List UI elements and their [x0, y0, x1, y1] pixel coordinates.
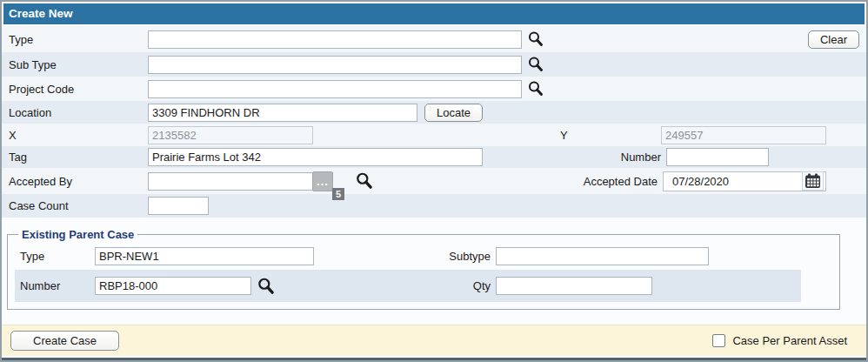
create-case-button[interactable]: Create Case: [10, 331, 119, 351]
existing-parent-case-fieldset: Existing Parent Case Type Subtype Number…: [7, 228, 840, 310]
search-icon[interactable]: [355, 171, 374, 191]
accepted-by-label: Accepted By: [9, 175, 148, 188]
case-per-parent-asset-checkbox[interactable]: [712, 334, 725, 347]
row-tag-number: Tag Number: [2, 146, 866, 168]
parent-number-input[interactable]: [95, 277, 251, 295]
lookup-ellipsis-button[interactable]: ...: [312, 171, 333, 191]
parent-type-input[interactable]: [95, 247, 314, 265]
case-count-input[interactable]: [148, 197, 209, 215]
clear-button[interactable]: Clear: [808, 30, 859, 49]
accepted-by-field: ... 5: [148, 172, 332, 191]
search-icon[interactable]: [527, 30, 544, 48]
type-input[interactable]: [148, 30, 522, 49]
parent-qty-input[interactable]: [496, 277, 652, 295]
row-project-code: Project Code: [2, 77, 866, 101]
count-badge: 5: [332, 188, 344, 200]
parent-subtype-input[interactable]: [496, 247, 709, 265]
row-location: Location Locate: [2, 101, 866, 124]
tag-input[interactable]: [148, 148, 483, 166]
parent-number-row: Number Qty: [15, 270, 801, 302]
case-per-parent-asset-group: Case Per Parent Asset: [712, 334, 847, 347]
parent-type-cell: [95, 247, 321, 265]
parent-subtype-label: Subtype: [321, 250, 491, 263]
accepted-date-field: [663, 171, 826, 191]
x-input: [148, 126, 313, 144]
y-group: Y: [521, 126, 826, 144]
calendar-icon[interactable]: [802, 171, 824, 191]
x-label: X: [9, 129, 148, 142]
row-type: Type Clear: [2, 26, 866, 52]
existing-parent-case-legend: Existing Parent Case: [18, 228, 137, 241]
create-new-window: Create New Type Clear Sub Type Project C…: [0, 0, 868, 362]
row-accepted: Accepted By ... 5 Accepted Date: [2, 168, 866, 194]
sub-type-input[interactable]: [148, 56, 522, 74]
search-icon[interactable]: [257, 277, 276, 296]
window-title: Create New: [3, 3, 865, 24]
search-icon[interactable]: [527, 80, 544, 97]
locate-button[interactable]: Locate: [424, 104, 483, 122]
number-label: Number: [526, 151, 661, 164]
footer-bar: Create Case Case Per Parent Asset: [2, 325, 866, 356]
type-label: Type: [9, 33, 148, 46]
y-input: [661, 126, 826, 144]
case-count-label: Case Count: [9, 199, 148, 212]
row-sub-type: Sub Type: [2, 52, 866, 77]
row-case-count: Case Count: [2, 194, 866, 218]
y-label: Y: [521, 129, 656, 142]
search-icon[interactable]: [527, 56, 544, 73]
project-code-label: Project Code: [9, 83, 148, 96]
number-input[interactable]: [666, 148, 769, 166]
sub-type-label: Sub Type: [9, 58, 148, 71]
parent-number-label: Number: [15, 279, 95, 292]
parent-type-row: Type Subtype: [15, 243, 801, 270]
bottom-strip: [2, 358, 866, 360]
number-group: Number: [526, 148, 769, 166]
parent-qty-label: Qty: [321, 279, 491, 292]
case-per-parent-asset-label: Case Per Parent Asset: [732, 334, 847, 347]
accepted-by-input[interactable]: [148, 172, 332, 191]
row-xy: X Y: [2, 124, 866, 146]
location-label: Location: [9, 106, 148, 119]
form-body: Type Clear Sub Type Project Code Locat: [2, 26, 866, 312]
accepted-date-label: Accepted Date: [523, 175, 658, 188]
parent-number-cell: [95, 277, 321, 296]
parent-type-label: Type: [15, 250, 95, 263]
accepted-date-group: Accepted Date: [523, 171, 826, 191]
project-code-input[interactable]: [148, 80, 522, 98]
accepted-date-input[interactable]: [669, 173, 802, 190]
tag-label: Tag: [9, 151, 148, 164]
location-input[interactable]: [148, 104, 417, 122]
